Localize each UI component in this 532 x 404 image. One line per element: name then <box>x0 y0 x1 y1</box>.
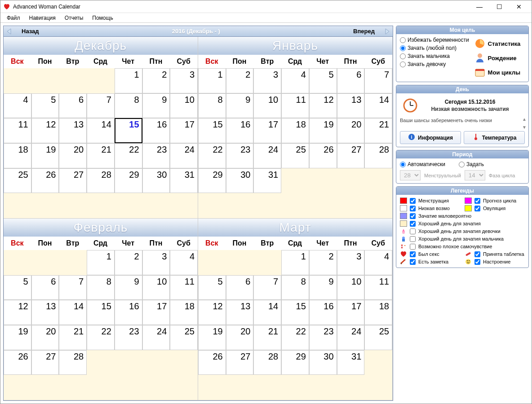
day-cell[interactable]: 23 <box>226 143 254 168</box>
day-cell[interactable]: 18 <box>364 300 392 325</box>
day-cell[interactable]: 5 <box>198 275 226 300</box>
day-cell[interactable]: 29 <box>198 168 226 193</box>
day-cell[interactable]: 22 <box>115 143 142 168</box>
day-cell[interactable]: 30 <box>309 350 337 375</box>
day-cell[interactable]: 20 <box>226 325 254 350</box>
day-cell[interactable]: 1 <box>115 68 142 93</box>
day-cell[interactable]: 18 <box>170 300 198 325</box>
day-cell[interactable]: 12 <box>198 300 226 325</box>
day-cell[interactable]: 31 <box>170 168 198 193</box>
day-cell[interactable]: 13 <box>59 118 87 143</box>
day-cell[interactable]: 7 <box>87 93 115 119</box>
day-cell[interactable]: 19 <box>4 325 31 350</box>
day-cell[interactable]: 23 <box>115 325 142 350</box>
day-cell[interactable]: 7 <box>253 275 281 300</box>
day-cell[interactable]: 19 <box>31 143 59 168</box>
day-cell[interactable]: 11 <box>364 275 392 300</box>
day-cell[interactable]: 26 <box>198 350 226 375</box>
day-cell[interactable]: 10 <box>337 275 365 300</box>
day-cell[interactable]: 9 <box>226 93 254 119</box>
day-cell[interactable]: 11 <box>281 93 309 119</box>
day-cell[interactable]: 25 <box>364 325 392 350</box>
day-cell[interactable]: 5 <box>31 93 59 119</box>
day-cell[interactable]: 18 <box>281 118 309 143</box>
day-cell[interactable]: 2 <box>142 68 170 93</box>
day-cell[interactable]: 15 <box>198 118 226 143</box>
day-cell[interactable]: 21 <box>364 118 392 143</box>
day-cell[interactable]: 12 <box>4 300 31 325</box>
nav-back-button[interactable]: Назад <box>15 28 45 35</box>
legend-checkbox[interactable] <box>410 198 416 204</box>
day-cell[interactable]: 17 <box>142 300 170 325</box>
day-cell[interactable]: 7 <box>59 275 87 300</box>
day-cell[interactable]: 31 <box>337 350 365 375</box>
maximize-button[interactable]: ☐ <box>489 1 509 13</box>
legend-checkbox[interactable] <box>410 228 416 234</box>
minimize-button[interactable]: — <box>470 1 489 13</box>
day-cell[interactable]: 23 <box>142 143 170 168</box>
day-cell[interactable]: 25 <box>4 168 31 193</box>
day-cell[interactable]: 2 <box>226 68 254 93</box>
day-cell[interactable]: 4 <box>364 250 392 275</box>
day-cell[interactable]: 27 <box>31 350 59 375</box>
day-cell[interactable]: 16 <box>309 300 337 325</box>
day-cell[interactable]: 3 <box>170 68 198 93</box>
day-cell[interactable]: 27 <box>226 350 254 375</box>
goal-option-2[interactable]: Зачать мальчика <box>400 53 469 59</box>
day-cell[interactable]: 13 <box>31 300 59 325</box>
day-cell[interactable]: 3 <box>253 68 281 93</box>
day-cell[interactable]: 15 <box>281 300 309 325</box>
day-cell[interactable]: 26 <box>309 143 337 168</box>
day-cell[interactable]: 11 <box>4 118 31 143</box>
legend-checkbox[interactable] <box>410 244 416 250</box>
day-cell[interactable]: 27 <box>59 168 87 193</box>
day-cell[interactable]: 1 <box>281 250 309 275</box>
day-cell[interactable]: 14 <box>253 300 281 325</box>
menu-file[interactable]: Файл <box>2 14 25 22</box>
day-cell[interactable]: 2 <box>309 250 337 275</box>
day-cell[interactable]: 27 <box>337 143 365 168</box>
day-cell[interactable]: 7 <box>364 68 392 93</box>
legend-checkbox[interactable] <box>410 236 416 242</box>
day-cell[interactable]: 21 <box>253 325 281 350</box>
day-cell[interactable]: 13 <box>337 93 365 119</box>
day-cell[interactable]: 8 <box>87 275 115 300</box>
temperature-button[interactable]: Температура <box>464 131 525 144</box>
day-cell[interactable]: 3 <box>337 250 365 275</box>
day-cell[interactable]: 10 <box>142 275 170 300</box>
day-cell[interactable]: 14 <box>59 300 87 325</box>
day-cell[interactable]: 20 <box>337 118 365 143</box>
goal-option-1[interactable]: Зачать (любой пол) <box>400 45 469 51</box>
nav-back-arrow-icon[interactable] <box>4 26 15 36</box>
day-cell[interactable]: 29 <box>281 350 309 375</box>
day-cell[interactable]: 30 <box>226 168 254 193</box>
day-cell[interactable]: 24 <box>253 143 281 168</box>
day-cell[interactable]: 19 <box>309 118 337 143</box>
day-cell[interactable]: 6 <box>337 68 365 93</box>
day-cell[interactable]: 28 <box>364 143 392 168</box>
day-cell[interactable]: 24 <box>142 325 170 350</box>
goal-option-0[interactable]: Избежать беременности <box>400 37 469 43</box>
statistics-button[interactable]: Статистика <box>473 37 525 50</box>
day-cell[interactable]: 5 <box>309 68 337 93</box>
day-cell[interactable]: 25 <box>281 143 309 168</box>
day-cell[interactable]: 8 <box>115 93 142 119</box>
day-cell[interactable]: 18 <box>4 143 31 168</box>
goal-option-3[interactable]: Зачать девочку <box>400 61 469 67</box>
day-cell[interactable]: 14 <box>364 93 392 119</box>
day-cell[interactable]: 1 <box>87 250 115 275</box>
day-cell[interactable]: 2 <box>115 250 142 275</box>
day-cell[interactable]: 4 <box>170 250 198 275</box>
day-cell[interactable]: 20 <box>59 143 87 168</box>
day-cell[interactable]: 4 <box>4 93 31 119</box>
cycles-button[interactable]: Мои циклы <box>473 66 525 79</box>
day-cell[interactable]: 26 <box>31 168 59 193</box>
day-cell[interactable]: 3 <box>142 250 170 275</box>
day-cell[interactable]: 10 <box>170 93 198 119</box>
legend-checkbox[interactable] <box>410 213 416 219</box>
day-cell[interactable]: 11 <box>170 275 198 300</box>
day-cell[interactable]: 24 <box>337 325 365 350</box>
day-cell[interactable]: 17 <box>337 300 365 325</box>
day-cell[interactable]: 26 <box>4 350 31 375</box>
day-cell[interactable]: 8 <box>281 275 309 300</box>
